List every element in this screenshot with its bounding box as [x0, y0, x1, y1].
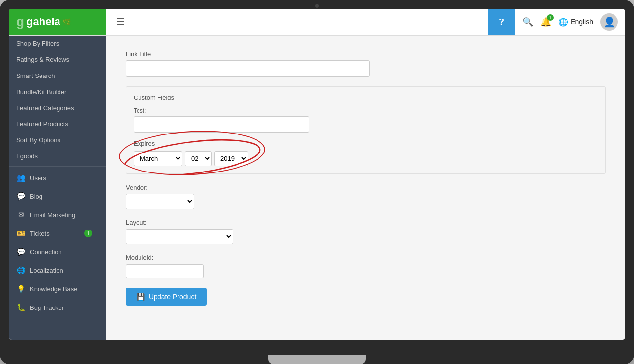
tickets-badge: 1 — [84, 230, 92, 237]
search-button[interactable]: 🔍 — [522, 17, 533, 27]
sidebar-label: Bundle/Kit Builder — [16, 88, 66, 96]
connection-icon: 💬 — [16, 248, 26, 256]
avatar[interactable]: 👤 — [600, 13, 618, 31]
topbar-actions: 🔍 🔔 1 🌐 English 👤 — [515, 13, 625, 31]
blog-icon: 💬 — [16, 192, 26, 201]
logo-g: g — [16, 14, 24, 30]
avatar-icon: 👤 — [603, 16, 615, 28]
moduleid-label: Moduleid: — [126, 254, 606, 261]
users-icon: 👥 — [16, 173, 26, 182]
vendor-group: Vendor: — [126, 184, 606, 209]
layout-label: Layout: — [126, 219, 606, 226]
sidebar-item-knowledge-base[interactable]: 💡 Knowledge Base — [9, 280, 106, 298]
content-area: Link Title Custom Fields Test: Expires — [106, 36, 625, 340]
custom-fields-container: Custom Fields Test: Expires January — [126, 86, 606, 174]
bug-tracker-icon: 🐛 — [16, 303, 26, 312]
globe-icon: 🌐 — [558, 18, 568, 27]
topbar: g gahela 🌿 ☰ ? 🔍 🔔 — [9, 9, 625, 36]
sidebar-label: Blog — [30, 193, 42, 200]
language-selector[interactable]: 🌐 English — [558, 18, 593, 27]
expires-month-select[interactable]: January February March April May June Ju… — [134, 151, 182, 166]
language-label: English — [571, 18, 593, 26]
localization-icon: 🌐 — [16, 266, 26, 275]
expires-year-select[interactable]: 2017 2018 2019 2020 2021 — [214, 151, 248, 166]
logo-leaf-icon: 🌿 — [62, 18, 71, 26]
vendor-select[interactable] — [126, 194, 194, 209]
link-title-group: Link Title — [126, 50, 606, 77]
moduleid-input[interactable] — [126, 264, 204, 278]
menu-button[interactable]: ☰ — [106, 16, 135, 28]
sidebar-item-featured-products[interactable]: Featured Products — [9, 116, 106, 132]
sidebar: Shop By Filters Ratings & Reviews Smart … — [9, 36, 106, 340]
notification-badge: 1 — [547, 14, 554, 21]
sidebar-item-users[interactable]: 👥 Users — [9, 169, 106, 187]
sidebar-item-blog[interactable]: 💬 Blog — [9, 187, 106, 206]
sidebar-item-bundle-kit-builder[interactable]: Bundle/Kit Builder — [9, 84, 106, 100]
test-label: Test: — [134, 107, 598, 114]
sidebar-item-egoods[interactable]: Egoods — [9, 148, 106, 164]
sidebar-item-localization[interactable]: 🌐 Localization — [9, 261, 106, 280]
test-input[interactable] — [134, 116, 309, 133]
link-title-input[interactable] — [126, 60, 370, 77]
sidebar-label: Sort By Options — [16, 136, 60, 144]
sidebar-item-bug-tracker[interactable]: 🐛 Bug Tracker — [9, 298, 106, 317]
sidebar-label: Featured Categories — [16, 104, 74, 112]
search-icon: 🔍 — [522, 17, 533, 27]
sidebar-item-email-marketing[interactable]: ✉ Email Marketing — [9, 206, 106, 224]
sidebar-divider — [9, 166, 106, 167]
knowledge-base-icon: 💡 — [16, 285, 26, 293]
sidebar-label: Email Marketing — [30, 211, 75, 219]
notification-button[interactable]: 🔔 1 — [540, 17, 551, 27]
sidebar-label: Users — [30, 174, 46, 182]
update-product-button[interactable]: 💾 Update Product — [126, 288, 207, 306]
tickets-icon: 🎫 — [16, 229, 26, 238]
vendor-label: Vendor: — [126, 184, 606, 191]
sidebar-label: Localization — [30, 267, 63, 274]
logo-area: g gahela 🌿 — [9, 9, 106, 35]
sidebar-label: Egoods — [16, 153, 38, 160]
sidebar-label: Tickets — [30, 230, 50, 237]
save-icon: 💾 — [137, 293, 145, 301]
sidebar-label: Smart Search — [16, 72, 55, 79]
sidebar-item-shop-by-filters[interactable]: Shop By Filters — [9, 36, 106, 52]
logo-text: gahela — [26, 16, 60, 28]
app-container: g gahela 🌿 ☰ ? 🔍 🔔 — [9, 9, 625, 340]
camera-dot — [315, 4, 319, 8]
expires-dropdowns: January February March April May June Ju… — [134, 151, 598, 166]
sidebar-label: Bug Tracker — [30, 304, 64, 311]
moduleid-group: Moduleid: — [126, 254, 606, 278]
sidebar-item-smart-search[interactable]: Smart Search — [9, 68, 106, 84]
hamburger-icon: ☰ — [116, 16, 125, 28]
layout-select[interactable] — [126, 229, 233, 244]
expires-label: Expires — [134, 140, 598, 147]
help-button[interactable]: ? — [488, 9, 515, 35]
sidebar-label: Knowledge Base — [30, 286, 78, 293]
sidebar-label: Connection — [30, 249, 62, 256]
link-title-label: Link Title — [126, 50, 606, 57]
sidebar-item-tickets[interactable]: 1 🎫 Tickets — [9, 224, 106, 243]
help-icon: ? — [499, 17, 504, 27]
laptop-stand — [268, 355, 366, 364]
sidebar-item-connection[interactable]: 💬 Connection — [9, 243, 106, 261]
expires-day-select[interactable]: 01 02 03 04 05 — [185, 151, 212, 166]
sidebar-label: Ratings & Reviews — [16, 56, 69, 63]
sidebar-label: Featured Products — [16, 120, 68, 128]
sidebar-item-sort-by-options[interactable]: Sort By Options — [9, 132, 106, 148]
sidebar-item-featured-categories[interactable]: Featured Categories — [9, 100, 106, 116]
custom-fields-title: Custom Fields — [134, 94, 598, 101]
sidebar-item-ratings-reviews[interactable]: Ratings & Reviews — [9, 52, 106, 68]
email-icon: ✉ — [16, 211, 26, 219]
update-product-label: Update Product — [149, 293, 196, 301]
logo: g gahela 🌿 — [16, 14, 71, 30]
sidebar-label: Shop By Filters — [16, 40, 59, 47]
main-body: Shop By Filters Ratings & Reviews Smart … — [9, 36, 625, 340]
layout-group: Layout: — [126, 219, 606, 244]
expires-section: Expires January February March April May… — [134, 140, 598, 166]
test-field-group: Test: — [134, 107, 598, 133]
